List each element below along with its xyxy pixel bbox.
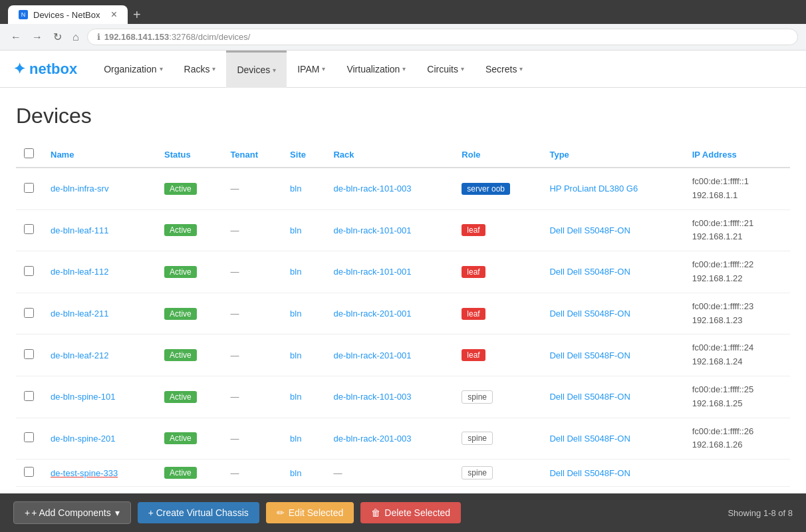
rack-link[interactable]: de-bln-rack-201-001	[333, 309, 411, 319]
device-name-cell: de-bln-infra-srv	[43, 168, 156, 209]
row-checkbox-cell[interactable]	[16, 293, 43, 334]
browser-tab[interactable]: N Devices - NetBox ×	[8, 5, 128, 24]
col-tenant[interactable]: Tenant	[222, 142, 282, 168]
tenant-dash: —	[230, 434, 239, 444]
site-link[interactable]: bln	[290, 392, 301, 402]
nav-item-ipam[interactable]: IPAM ▾	[287, 51, 336, 88]
device-name-cell: de-bln-leaf-211	[43, 293, 156, 334]
rack-link[interactable]: de-bln-rack-101-001	[333, 267, 411, 277]
site-link[interactable]: bln	[290, 267, 301, 277]
device-name-link[interactable]: de-bln-leaf-112	[51, 267, 108, 277]
tab-bar: N Devices - NetBox × +	[8, 5, 798, 24]
col-name[interactable]: Name	[43, 142, 156, 168]
site-link[interactable]: bln	[290, 434, 301, 444]
tenant-dash: —	[230, 350, 239, 360]
browser-chrome: N Devices - NetBox × +	[0, 0, 806, 24]
status-cell: Active	[156, 418, 222, 460]
row-checkbox-cell[interactable]	[16, 251, 43, 293]
col-status[interactable]: Status	[156, 142, 222, 168]
type-link[interactable]: Dell Dell S5048F-ON	[549, 309, 630, 319]
forward-button[interactable]: →	[29, 29, 45, 46]
nav-item-secrets[interactable]: Secrets ▾	[475, 51, 533, 88]
nav-item-circuits[interactable]: Circuits ▾	[416, 51, 475, 88]
home-button[interactable]: ⌂	[70, 29, 82, 46]
tenant-dash: —	[230, 225, 239, 235]
ip-cell: fc00:de:1:ffff::21192.168.1.21	[684, 209, 790, 251]
reload-button[interactable]: ↻	[51, 28, 65, 46]
row-checkbox-cell[interactable]	[16, 376, 43, 418]
ip-cell: fc00:de:1:ffff::1192.168.1.1	[684, 168, 790, 209]
row-checkbox-cell[interactable]	[16, 334, 43, 376]
type-link[interactable]: Dell Dell S5048F-ON	[549, 225, 630, 235]
row-checkbox-cell[interactable]	[16, 209, 43, 251]
tenant-dash: —	[230, 309, 239, 319]
type-link[interactable]: Dell Dell S5048F-ON	[549, 468, 630, 478]
row-checkbox-cell[interactable]	[16, 460, 43, 487]
type-link[interactable]: Dell Dell S5048F-ON	[549, 434, 630, 444]
col-ip[interactable]: IP Address	[684, 142, 790, 168]
row-checkbox[interactable]	[24, 349, 34, 359]
rack-cell: de-bln-rack-201-003	[325, 418, 454, 460]
close-tab-button[interactable]: ×	[111, 9, 117, 20]
type-link[interactable]: Dell Dell S5048F-ON	[549, 350, 630, 360]
site-link[interactable]: bln	[290, 468, 301, 478]
row-checkbox[interactable]	[24, 308, 34, 318]
col-role[interactable]: Role	[454, 142, 541, 168]
site-link[interactable]: bln	[290, 184, 301, 194]
device-name-link[interactable]: de-test-spine-333	[51, 468, 118, 478]
netbox-logo[interactable]: ✦ netbox	[13, 61, 77, 78]
device-name-link[interactable]: de-bln-infra-srv	[51, 184, 108, 194]
rack-link[interactable]: de-bln-rack-101-001	[333, 225, 411, 235]
rack-link[interactable]: de-bln-rack-101-003	[333, 184, 411, 194]
role-badge: leaf	[462, 308, 485, 320]
row-checkbox[interactable]	[24, 266, 34, 276]
row-checkbox-cell[interactable]	[16, 168, 43, 209]
rack-link[interactable]: de-bln-rack-101-003	[333, 392, 411, 402]
device-name-link[interactable]: de-bln-leaf-212	[51, 350, 108, 360]
site-link[interactable]: bln	[290, 350, 301, 360]
row-checkbox[interactable]	[24, 224, 34, 234]
type-link[interactable]: HP ProLiant DL380 G6	[549, 184, 638, 194]
nav-label-circuits: Circuits	[427, 64, 458, 74]
col-site[interactable]: Site	[282, 142, 325, 168]
type-cell: Dell Dell S5048F-ON	[541, 334, 684, 376]
row-checkbox[interactable]	[24, 391, 34, 401]
rack-cell: de-bln-rack-201-001	[325, 334, 454, 376]
nav-item-organization[interactable]: Organization ▾	[93, 51, 173, 88]
row-checkbox[interactable]	[24, 183, 34, 193]
nav-item-devices[interactable]: Devices ▾	[226, 51, 287, 88]
ip-secondary: 192.168.1.1	[692, 189, 782, 203]
devices-table: Name Status Tenant Site Rack Role Type I…	[16, 142, 790, 487]
nav-item-virtualization[interactable]: Virtualization ▾	[336, 51, 416, 88]
new-tab-button[interactable]: +	[133, 7, 141, 23]
site-link[interactable]: bln	[290, 225, 301, 235]
address-bar[interactable]: ℹ 192.168.141.153:32768/dcim/devices/	[87, 29, 798, 45]
col-rack[interactable]: Rack	[325, 142, 454, 168]
device-name-link[interactable]: de-bln-leaf-111	[51, 225, 108, 235]
ip-secondary: 192.168.1.24	[692, 355, 782, 369]
type-link[interactable]: Dell Dell S5048F-ON	[549, 267, 630, 277]
favicon-icon: N	[19, 10, 28, 19]
type-link[interactable]: Dell Dell S5048F-ON	[549, 392, 630, 402]
col-type[interactable]: Type	[541, 142, 684, 168]
device-name-link[interactable]: de-bln-spine-201	[51, 434, 116, 444]
site-link[interactable]: bln	[290, 309, 301, 319]
device-name-link[interactable]: de-bln-spine-101	[51, 392, 116, 402]
row-checkbox[interactable]	[24, 432, 34, 442]
tenant-cell: —	[222, 460, 282, 487]
rack-cell: de-bln-rack-101-001	[325, 251, 454, 293]
nav-item-racks[interactable]: Racks ▾	[174, 51, 227, 88]
status-cell: Active	[156, 460, 222, 487]
row-checkbox-cell[interactable]	[16, 418, 43, 460]
select-all-checkbox[interactable]	[24, 148, 34, 158]
chevron-down-icon: ▾	[461, 65, 464, 72]
type-cell: Dell Dell S5048F-ON	[541, 460, 684, 487]
row-checkbox[interactable]	[24, 467, 34, 477]
select-all-header[interactable]	[16, 142, 43, 168]
rack-link[interactable]: de-bln-rack-201-003	[333, 434, 411, 444]
device-name-link[interactable]: de-bln-leaf-211	[51, 309, 108, 319]
role-badge: leaf	[462, 266, 485, 278]
back-button[interactable]: ←	[8, 29, 24, 46]
tenant-cell: —	[222, 251, 282, 293]
rack-link[interactable]: de-bln-rack-201-001	[333, 350, 411, 360]
